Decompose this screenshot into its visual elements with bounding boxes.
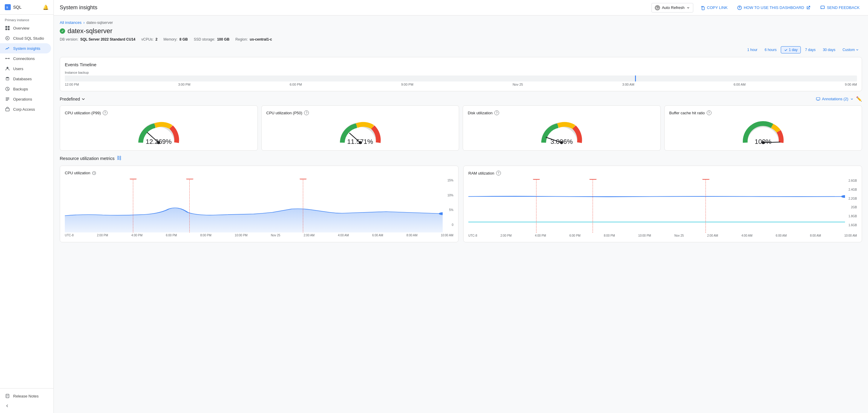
time-btn-1hour[interactable]: 1 hour — [744, 46, 761, 53]
gauge-value-cpu-p99: 12.269% — [146, 138, 172, 146]
edit-button[interactable]: ✏️ — [856, 96, 862, 102]
svg-point-7 — [5, 58, 7, 59]
time-btn-1day[interactable]: 1 day — [781, 46, 801, 54]
svg-rect-11 — [6, 98, 9, 98]
predefined-dropdown-button[interactable]: Predefined — [60, 97, 86, 101]
ram-y-26: 2.6GB — [848, 179, 857, 182]
svg-rect-19 — [821, 6, 825, 9]
ram-x-11: 10:00 AM — [844, 234, 857, 237]
ram-alert-1: 3 🔺 — [536, 179, 536, 233]
sidebar-item-connections[interactable]: Connections — [0, 54, 51, 64]
resource-metrics-link-icon[interactable]: ⛓ — [117, 156, 122, 161]
sidebar-item-operations[interactable]: Operations — [0, 94, 51, 104]
users-icon — [5, 66, 10, 71]
svg-point-8 — [8, 58, 9, 59]
svg-rect-5 — [8, 28, 9, 30]
cpu-x-7: 2:00 AM — [304, 234, 315, 237]
ram-x-6: Nov 25 — [675, 234, 684, 237]
predefined-header: Predefined Annotations (2) ✏️ — [60, 96, 862, 102]
copy-link-button[interactable]: COPY LINK — [698, 4, 730, 12]
ram-x-9: 6:00 AM — [776, 234, 787, 237]
resource-metrics-header: Resource utilization metrics ⛓ — [60, 156, 862, 161]
ram-chart-card: RAM utilization ? 3 🔺 3 🔺 6 🔺 — [463, 166, 862, 242]
gauge-value-disk: 3.006% — [551, 138, 573, 146]
timeline-container: Instance backup 12:00 PM 3:00 PM 6:00 PM… — [65, 71, 857, 86]
cpu-chart-svg — [65, 179, 443, 233]
sidebar-item-overview[interactable]: Overview — [0, 23, 51, 33]
annotations-button[interactable]: Annotations (2) — [816, 97, 854, 101]
charts-row: CPU utilization 3 🔺 3 🔺 6 🔺 — [60, 166, 862, 242]
instance-name: datex-sqlserver — [67, 27, 112, 35]
sidebar-item-databases[interactable]: Databases — [0, 74, 51, 84]
annotations-chevron-icon — [850, 97, 854, 101]
time-btn-7days[interactable]: 7 days — [802, 46, 818, 53]
sidebar-item-users[interactable]: Users — [0, 64, 51, 74]
sidebar-item-system-insights[interactable]: System insights — [0, 43, 51, 54]
ram-x-10: 8:00 AM — [810, 234, 821, 237]
gauge-container-cpu-p50: 11.571% — [336, 119, 384, 146]
ram-y-18: 1.8GB — [848, 214, 857, 218]
send-feedback-button[interactable]: SEND FEEDBACK — [818, 4, 862, 12]
sidebar-item-label-corp-access: Corp Access — [13, 107, 35, 112]
cpu-y-0: 0 — [452, 223, 454, 227]
gauge-row: CPU utilization (P99) ? — [60, 105, 862, 151]
cpu-x-9: 6:00 AM — [372, 234, 383, 237]
svg-rect-16 — [702, 7, 704, 10]
svg-point-10 — [6, 77, 9, 78]
gauge-title-cpu-p50: CPU utilization (P50) ? — [267, 110, 454, 115]
corp-icon — [5, 107, 10, 112]
help-icon — [737, 5, 742, 10]
databases-icon — [5, 76, 10, 81]
help-icon-cpu-p99[interactable]: ? — [103, 110, 107, 115]
help-icon-disk[interactable]: ? — [494, 110, 499, 115]
ram-alert-badge-2: 3 🔺 — [589, 179, 597, 180]
ram-x-2: 4:00 PM — [535, 234, 546, 237]
auto-refresh-label: Auto Refresh — [662, 5, 685, 10]
time-btn-30days[interactable]: 30 days — [820, 46, 838, 53]
help-icon-buffer[interactable]: ? — [707, 110, 712, 115]
topbar-actions: Auto Refresh COPY LINK HOW TO USE THIS D… — [651, 3, 862, 12]
gauge-container-buffer: 100% — [739, 119, 787, 146]
svg-rect-13 — [6, 100, 8, 101]
copy-link-label: COPY LINK — [707, 5, 727, 10]
sidebar-item-corp-access[interactable]: Corp Access — [0, 104, 51, 114]
sidebar-item-backups[interactable]: Backups — [0, 84, 51, 94]
ram-chart-inner: 3 🔺 3 🔺 6 🔺 — [468, 179, 845, 233]
ram-x-5: 10:00 PM — [638, 234, 651, 237]
ram-chart-svg — [468, 179, 845, 233]
svg-point-9 — [7, 67, 8, 69]
help-icon-cpu-p50[interactable]: ? — [304, 110, 309, 115]
cpu-x-2: 4:00 PM — [131, 234, 143, 237]
help-icon-ram[interactable]: ? — [496, 171, 501, 175]
sidebar-item-cloud-sql-studio[interactable]: Cloud SQL Studio — [0, 33, 51, 43]
bell-icon[interactable]: 🔔 — [43, 4, 49, 10]
auto-refresh-button[interactable]: Auto Refresh — [651, 3, 693, 12]
timeline-label: Instance backup — [65, 71, 857, 74]
ram-x-3: 6:00 PM — [569, 234, 580, 237]
release-notes-icon — [5, 393, 10, 399]
axis-label-4: Nov 25 — [513, 83, 523, 86]
how-to-button[interactable]: HOW TO USE THIS DASHBOARD — [735, 4, 813, 12]
breadcrumb-separator: › — [83, 20, 85, 25]
main-content: System insights Auto Refresh COPY LINK H… — [54, 0, 868, 413]
sidebar-item-label-operations: Operations — [13, 97, 32, 101]
ram-y-2: 2GB — [851, 206, 857, 209]
cpu-alert-badge-2: 3 🔺 — [186, 179, 193, 179]
instance-storage: SSD storage: 100 GB — [194, 37, 229, 41]
ram-x-7: 2:00 AM — [707, 234, 718, 237]
sidebar-item-release-notes[interactable]: Release Notes — [0, 391, 51, 401]
time-btn-6hours[interactable]: 6 hours — [762, 46, 780, 53]
resource-metrics-title: Resource utilization metrics — [60, 156, 115, 161]
backups-icon — [5, 86, 10, 92]
cpu-alert-3: 6 🔺 — [303, 179, 303, 233]
breadcrumb-all-instances[interactable]: All instances — [60, 20, 82, 25]
time-btn-custom[interactable]: Custom — [840, 46, 862, 53]
sidebar-item-label-overview: Overview — [13, 26, 29, 30]
cpu-x-0: UTC-8 — [65, 234, 73, 237]
sidebar-collapse-btn[interactable] — [0, 401, 54, 411]
gauge-container-cpu-p99: 12.269% — [135, 119, 183, 146]
gauge-title-disk: Disk utilization ? — [468, 110, 656, 115]
svg-rect-20 — [816, 98, 820, 100]
axis-label-1: 3:00 PM — [178, 83, 190, 86]
sidebar-item-label-connections: Connections — [13, 57, 35, 61]
